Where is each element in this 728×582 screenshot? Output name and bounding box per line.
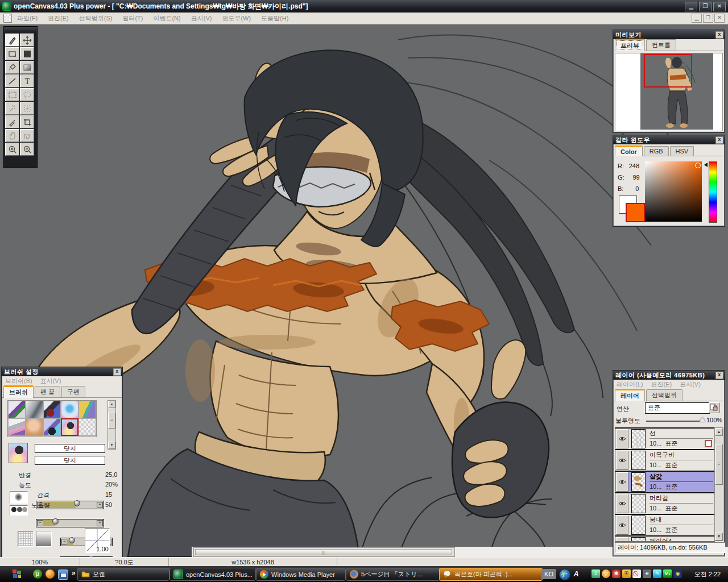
orange-ball-quicklaunch-icon[interactable] [46,569,55,579]
color-close-icon[interactable]: x [715,136,723,144]
layer-row[interactable]: 머리칼 10... 표준 [615,493,714,515]
blur-brush-tile[interactable] [43,418,61,436]
layer-lock-button[interactable] [709,402,720,413]
crop-tool-button[interactable] [20,115,34,128]
preview-viewport[interactable] [615,53,723,131]
taskbar-button-opencanvas[interactable]: openCanvas4.03 Plus... [169,568,256,581]
taskbar-clock[interactable]: 오전 2:22 [689,566,726,582]
volume-icon[interactable]: 🔊︎ [643,569,651,578]
minimize-button[interactable]: ▁ [685,2,697,11]
scroll-down-icon[interactable]: ▼ [715,533,723,541]
layer-thumbnail[interactable] [631,451,646,470]
pencil-brush-tile[interactable] [8,401,26,418]
mdi-minimize-button[interactable]: ▁ [692,14,702,23]
brush-name-field-2[interactable]: 닷지 [35,456,105,465]
visibility-eye-icon[interactable] [616,494,628,513]
picker-cursor[interactable] [695,163,701,168]
v3-antivirus-icon[interactable]: V₃ [663,569,672,578]
knife-brush-tile[interactable] [8,418,26,436]
layers-menu-layer[interactable]: 레이어(L) [617,380,643,389]
layer-thumbnail[interactable] [631,472,646,492]
menu-edit[interactable]: 편집(E) [43,14,74,23]
fill-color-tool-button[interactable] [20,47,34,60]
menu-window[interactable]: 윈도우(W) [217,14,256,23]
brush-tip-shape[interactable] [10,491,28,504]
layer-scroll-thumb[interactable]: ≡ [715,444,723,485]
tab-rgb[interactable]: RGB [644,146,669,156]
mdi-close-button[interactable]: ✕ [714,14,725,23]
menu-view[interactable]: 표시(V) [186,14,217,23]
quicklaunch-overflow-chevron[interactable]: » [72,569,76,577]
texture-pattern-button[interactable] [18,531,34,547]
layers-menu-edit[interactable]: 편집(E) [651,380,672,389]
smiley-messenger-icon[interactable]: ツ [602,569,610,578]
scroll-up-icon[interactable]: ▲ [715,428,723,436]
zoom-in-tool-button[interactable] [5,143,19,156]
visibility-eye-icon[interactable] [616,451,628,470]
red-utility-icon[interactable]: ✱ [612,569,621,578]
visibility-eye-icon[interactable] [616,429,628,448]
hscroll-thumb[interactable]: ||| [195,549,452,555]
layer-thumbnail[interactable] [631,494,646,513]
hue-marker[interactable] [704,163,708,167]
brush-grid-scrollbar[interactable]: ▲ ≡ ▼ [107,400,116,450]
ime-globe-icon[interactable] [559,569,570,580]
brush-scroll-thumb[interactable]: ≡ [108,413,115,429]
utorrent-quicklaunch-icon[interactable]: µ [33,569,42,579]
tab-gupen[interactable]: 구펜 [61,386,85,397]
restore-button[interactable]: ❐ [699,2,712,11]
brush-menu-view[interactable]: 표시(V) [40,377,61,385]
eyedropper-tool-button[interactable] [5,115,19,128]
menu-file[interactable]: 파일(F) [12,14,43,23]
blend-mode-select[interactable]: 표준 [645,402,710,414]
language-indicator[interactable]: KO [541,569,556,579]
ime-pen-indicator[interactable]: A [572,569,581,579]
layer-row[interactable]: 이목구비 10... 표준 [615,450,714,472]
mdi-restore-button[interactable]: ❐ [703,14,713,23]
tab-color[interactable]: Color [615,146,643,156]
line-tool-button[interactable] [5,74,19,88]
menu-event[interactable]: 이벤트(N) [148,14,185,23]
color-panel-titlebar[interactable]: 칼라 윈도우 x [613,135,725,144]
menu-select[interactable]: 선택범위(S) [74,14,118,23]
layers-close-icon[interactable]: x [715,372,723,379]
layer-row[interactable]: 붕대 10... 표준 [615,515,714,537]
hue-bar[interactable] [709,161,717,223]
tablet-driver-icon[interactable]: ✎ [653,569,661,578]
opacity-slider-thumb[interactable] [700,417,705,422]
empty-brush-slot[interactable] [78,418,96,436]
messenger-quicklaunch-icon[interactable] [58,569,68,580]
watercolor-brush-tile[interactable] [61,401,78,418]
window-titlebar[interactable]: openCanvas4.03 Plus power - [ "C:₩Docume… [0,0,728,13]
safely-remove-hardware-icon[interactable]: ⇩ [592,569,600,578]
tab-pen-tip[interactable]: 펜 끝 [35,386,60,397]
layer-thumbnail[interactable] [631,429,646,448]
preview-panel-titlebar[interactable]: 미리보기 x [613,30,725,39]
layers-menu-view[interactable]: 표시(V) [680,380,701,389]
tool-palette-grip[interactable] [4,27,37,32]
tab-selection[interactable]: 선택범위 [646,389,682,401]
taskbar-button-folder[interactable]: 오캔 [77,568,169,581]
dodge-brush-tile[interactable] [61,418,78,436]
eraser-brush-tile[interactable] [78,401,96,418]
layer-row-selected[interactable]: 살갗 10... 표준 [615,472,714,493]
gradient-preview-button[interactable] [36,531,52,547]
finger-brush-tile[interactable] [26,418,43,436]
foreground-color-swatch[interactable] [626,203,645,222]
tab-hsv[interactable]: HSV [670,146,694,156]
saturation-value-picker[interactable] [645,161,702,222]
layer-row[interactable]: 레이어4 [615,537,714,542]
rotate-view-tool-button[interactable] [20,129,34,142]
visibility-eye-icon[interactable] [616,537,628,542]
brush-menu-brush[interactable]: 브러쉬(B) [5,377,32,385]
close-button[interactable]: ✕ [713,2,726,11]
canvas-hscrollbar[interactable]: ||| [193,547,455,557]
airbrush-brush-tile[interactable] [26,401,43,418]
brush-name-field[interactable]: 닷지 [35,444,105,453]
wireless-signal-icon[interactable]: ◉ [673,569,682,578]
layer-row[interactable]: 선 10... 표준 [615,429,714,450]
hand-tool-button[interactable] [5,129,19,142]
lasso-tool-button[interactable] [20,88,34,101]
zoom-out-tool-button[interactable] [20,143,34,156]
layers-panel-titlebar[interactable]: 레이어 (사용메모리 46975KB) x [613,371,725,380]
